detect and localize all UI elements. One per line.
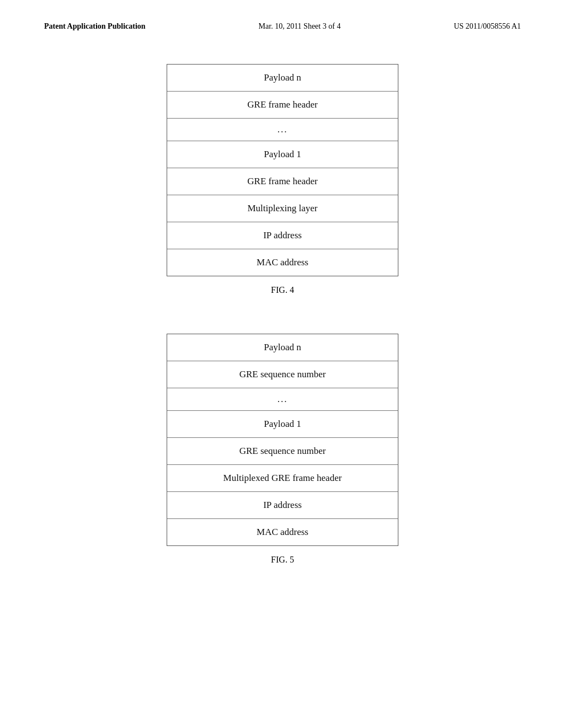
fig4-container: Payload n GRE frame header ... Payload 1… <box>44 64 521 317</box>
fig5-stack: Payload n GRE sequence number ... Payloa… <box>167 334 398 546</box>
fig5-row-3: Payload 1 <box>167 411 398 438</box>
fig4-row-2: ... <box>167 119 398 141</box>
main-content: Payload n GRE frame header ... Payload 1… <box>0 42 565 625</box>
header-publication-label: Patent Application Publication <box>44 22 146 31</box>
fig5-row-7: MAC address <box>167 519 398 545</box>
fig4-row-6: IP address <box>167 222 398 249</box>
page-header: Patent Application Publication Mar. 10, … <box>0 0 565 42</box>
header-patent-number: US 2011/0058556 A1 <box>454 22 521 31</box>
fig5-label: FIG. 5 <box>271 555 294 565</box>
fig5-row-4: GRE sequence number <box>167 438 398 465</box>
fig5-row-5: Multiplexed GRE frame header <box>167 465 398 492</box>
fig4-row-5: Multiplexing layer <box>167 195 398 222</box>
fig4-stack: Payload n GRE frame header ... Payload 1… <box>167 64 398 276</box>
fig5-row-2: ... <box>167 388 398 411</box>
fig4-label: FIG. 4 <box>271 285 294 295</box>
fig4-row-1: GRE frame header <box>167 92 398 119</box>
fig4-row-3: Payload 1 <box>167 141 398 168</box>
fig5-row-6: IP address <box>167 492 398 519</box>
fig5-container: Payload n GRE sequence number ... Payloa… <box>44 334 521 587</box>
fig4-row-4: GRE frame header <box>167 168 398 195</box>
header-date-sheet: Mar. 10, 2011 Sheet 3 of 4 <box>259 22 341 31</box>
fig5-row-0: Payload n <box>167 334 398 361</box>
fig4-row-7: MAC address <box>167 249 398 276</box>
fig4-row-0: Payload n <box>167 65 398 92</box>
page: Patent Application Publication Mar. 10, … <box>0 0 565 728</box>
fig5-row-1: GRE sequence number <box>167 361 398 388</box>
